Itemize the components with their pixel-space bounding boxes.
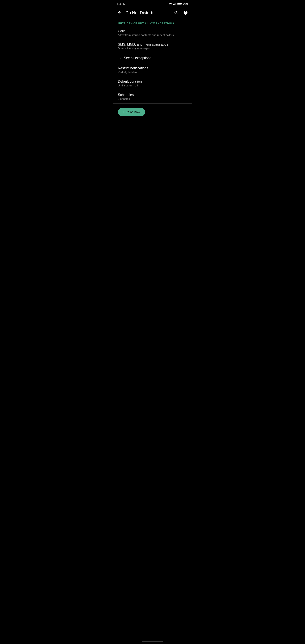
action-section: Turn on now — [113, 104, 192, 120]
sms-title: SMS, MMS, and messaging apps — [118, 42, 187, 46]
see-all-exceptions-row[interactable]: See all exceptions — [113, 53, 192, 63]
restrict-notifications-title: Restrict notifications — [118, 66, 187, 70]
help-button[interactable] — [181, 8, 190, 17]
status-bar: 5:46:59 86% — [113, 0, 192, 7]
schedules-subtitle: 3 enabled — [118, 97, 187, 100]
signal-icon — [173, 2, 176, 5]
search-icon — [174, 10, 178, 15]
calls-title: Calls — [118, 29, 187, 33]
battery-percentage: 86% — [183, 2, 188, 5]
sms-subtitle: Don't allow any messages — [118, 47, 187, 50]
default-duration-subtitle: Until you turn off — [118, 84, 187, 87]
svg-rect-5 — [182, 4, 182, 4]
schedules-title: Schedules — [118, 93, 187, 97]
status-time: 5:46:59 — [117, 2, 126, 6]
section-label: MUTE DEVICE BUT ALLOW EXCEPTIONS — [113, 19, 192, 26]
status-icons: 86% — [169, 2, 188, 5]
svg-rect-6 — [178, 3, 181, 4]
battery-icon — [177, 2, 182, 5]
schedules-item[interactable]: Schedules 3 enabled — [113, 90, 192, 104]
search-button[interactable] — [172, 8, 180, 17]
calls-subtitle: Allow from starred contacts and repeat c… — [118, 34, 187, 37]
svg-rect-3 — [176, 2, 176, 5]
chevron-right-icon — [118, 56, 122, 60]
app-bar: Do Not Disturb — [113, 7, 192, 19]
app-bar-actions — [172, 8, 190, 17]
svg-rect-1 — [174, 4, 175, 5]
page-title: Do Not Disturb — [126, 10, 172, 15]
calls-item[interactable]: Calls Allow from starred contacts and re… — [113, 26, 192, 40]
svg-rect-2 — [175, 3, 176, 5]
sms-item[interactable]: SMS, MMS, and messaging apps Don't allow… — [113, 40, 192, 53]
default-duration-item[interactable]: Default duration Until you turn off — [113, 77, 192, 90]
turn-on-now-button[interactable]: Turn on now — [118, 108, 145, 116]
see-all-exceptions-label: See all exceptions — [124, 56, 152, 60]
help-icon — [183, 10, 188, 15]
svg-rect-0 — [173, 4, 174, 5]
restrict-notifications-subtitle: Partially hidden — [118, 70, 187, 74]
restrict-notifications-item[interactable]: Restrict notifications Partially hidden — [113, 63, 192, 77]
back-icon — [117, 10, 122, 15]
wifi-icon — [169, 2, 172, 5]
back-button[interactable] — [116, 8, 124, 17]
default-duration-title: Default duration — [118, 80, 187, 84]
